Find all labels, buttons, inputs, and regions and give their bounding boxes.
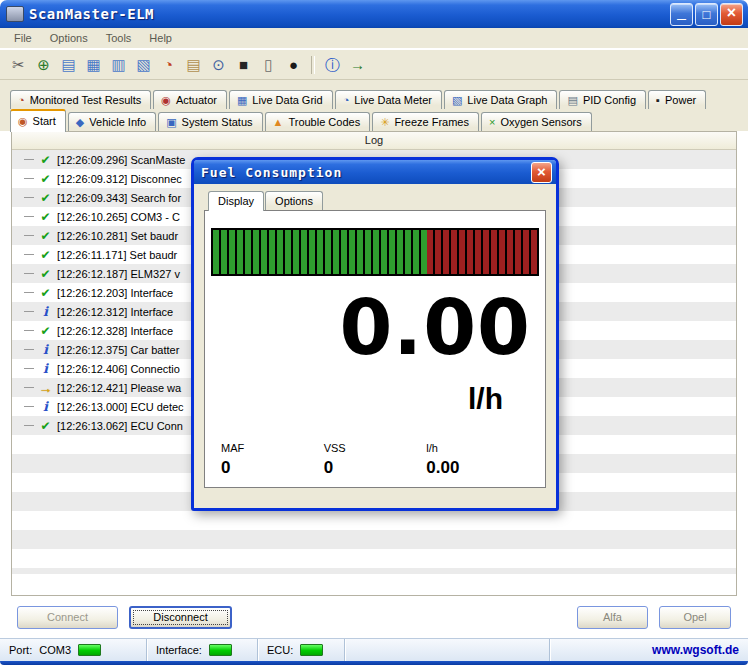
tree-branch bbox=[24, 406, 34, 407]
oxygen-sensors-icon: × bbox=[489, 117, 495, 128]
dialog-tab-options[interactable]: Options bbox=[265, 191, 323, 210]
website-link[interactable]: www.wgsoft.de bbox=[652, 643, 739, 657]
connect-button[interactable]: Connect bbox=[17, 606, 118, 629]
footer: Connect Disconnect Alfa Opel bbox=[0, 596, 748, 638]
tree-branch bbox=[24, 216, 34, 217]
log-header: Log bbox=[12, 132, 736, 150]
live-data-graph-icon: ▧ bbox=[452, 95, 462, 106]
tab-row-primary: ◔ Monitored Test Results ◉ Actuator ▦ Li… bbox=[0, 87, 748, 109]
status-filler-cell bbox=[345, 639, 550, 661]
globe-icon[interactable]: ⊕ bbox=[31, 53, 56, 76]
dialog-tabs: Display Options bbox=[208, 191, 546, 210]
monitored-tests-icon: ◔ bbox=[18, 95, 25, 106]
gauge-red-segments bbox=[427, 230, 537, 274]
info-icon[interactable]: ⓘ bbox=[320, 53, 345, 76]
exit-icon[interactable]: → bbox=[345, 53, 370, 76]
tree-branch bbox=[24, 197, 34, 198]
data-graph-icon[interactable]: ▧ bbox=[131, 53, 156, 76]
interface-tools-icon[interactable]: ✂ bbox=[6, 53, 31, 76]
tree-branch bbox=[24, 330, 34, 331]
tab-power[interactable]: ▪ Power bbox=[648, 90, 706, 109]
toolbar-separator bbox=[311, 56, 315, 74]
check-icon bbox=[38, 247, 53, 262]
check-icon bbox=[38, 266, 53, 281]
fuel-consumption-dialog: Fuel Consumption Display Options 0.00 l/… bbox=[191, 157, 559, 511]
close-button[interactable] bbox=[720, 3, 743, 26]
search-icon[interactable]: ⊙ bbox=[206, 53, 231, 76]
check-icon bbox=[38, 171, 53, 186]
info-icon bbox=[38, 399, 53, 414]
sensor-field: MAF 0 bbox=[221, 442, 324, 478]
power-icon: ▪ bbox=[656, 95, 660, 106]
menu-help[interactable]: Help bbox=[141, 30, 180, 46]
camera-icon[interactable]: ■ bbox=[231, 53, 256, 76]
data-grid-icon[interactable]: ▦ bbox=[81, 53, 106, 76]
dialog-display-panel: 0.00 l/h MAF 0 VSS 0 l/h 0 bbox=[204, 210, 546, 488]
report-icon[interactable]: ▤ bbox=[56, 53, 81, 76]
dialog-tab-display[interactable]: Display bbox=[208, 191, 264, 211]
gauge-green-segments bbox=[213, 230, 427, 274]
tab-live-data-meter[interactable]: ◔ Live Data Meter bbox=[335, 90, 442, 109]
tab-live-data-grid[interactable]: ▦ Live Data Grid bbox=[229, 90, 333, 109]
tab-start[interactable]: ◉ Start bbox=[10, 109, 66, 132]
tree-branch bbox=[24, 387, 34, 388]
tab-oxygen-sensors[interactable]: × Oxygen Sensors bbox=[481, 112, 592, 131]
statusbar: Port: COM3 Interface: ECU: www.wgsoft.de bbox=[0, 638, 748, 661]
tab-vehicle-info[interactable]: ◆ Vehicle Info bbox=[68, 112, 156, 131]
tree-branch bbox=[24, 368, 34, 369]
trouble-codes-icon: ▲ bbox=[273, 117, 284, 128]
dialog-close-button[interactable] bbox=[531, 162, 552, 183]
app-icon[interactable] bbox=[6, 6, 24, 22]
minimize-button[interactable] bbox=[670, 3, 693, 26]
toolbar: ✂ ⊕ ▤ ▦ ▥ ▧ ◔ bbox=[0, 49, 748, 80]
tab-pid-config[interactable]: ▤ PID Config bbox=[559, 90, 646, 109]
menu-tools[interactable]: Tools bbox=[98, 30, 140, 46]
menu-file[interactable]: File bbox=[6, 30, 40, 46]
menu-options[interactable]: Options bbox=[42, 30, 96, 46]
check-icon bbox=[38, 228, 53, 243]
disc-icon[interactable]: ● bbox=[281, 53, 306, 76]
interface-status-cell: Interface: bbox=[147, 639, 258, 661]
port-label: Port: bbox=[9, 644, 32, 656]
menubar: File Options Tools Help bbox=[0, 28, 748, 49]
notes-icon[interactable]: ▤ bbox=[181, 53, 206, 76]
tree-branch bbox=[24, 235, 34, 236]
tab-monitored-test-results[interactable]: ◔ Monitored Test Results bbox=[10, 90, 151, 109]
info-icon bbox=[38, 361, 53, 376]
start-icon: ◉ bbox=[18, 116, 28, 127]
opel-button[interactable]: Opel bbox=[659, 606, 731, 629]
check-icon bbox=[38, 418, 53, 433]
tree-branch bbox=[24, 349, 34, 350]
fuel-gauge bbox=[211, 228, 539, 276]
dialog-titlebar: Fuel Consumption bbox=[194, 160, 556, 184]
gauge-icon[interactable]: ◔ bbox=[156, 53, 181, 76]
website-cell: www.wgsoft.de bbox=[550, 639, 748, 661]
info-icon bbox=[38, 304, 53, 319]
data-table-icon[interactable]: ▥ bbox=[106, 53, 131, 76]
tab-freeze-frames[interactable]: ✳ Freeze Frames bbox=[372, 112, 479, 131]
ecu-led-indicator bbox=[300, 644, 323, 656]
fuel-value: 0.00 bbox=[205, 290, 545, 366]
freeze-frames-icon: ✳ bbox=[380, 117, 389, 128]
disconnect-button[interactable]: Disconnect bbox=[129, 606, 232, 629]
alfa-button[interactable]: Alfa bbox=[577, 606, 648, 629]
tab-trouble-codes[interactable]: ▲ Trouble Codes bbox=[265, 112, 371, 131]
window-bottom-border bbox=[0, 661, 748, 665]
battery-icon[interactable]: ▯ bbox=[256, 53, 281, 76]
tabs-area: ◔ Monitored Test Results ◉ Actuator ▦ Li… bbox=[0, 80, 748, 131]
tree-branch bbox=[24, 273, 34, 274]
sensor-field: l/h 0.00 bbox=[426, 442, 529, 478]
tree-branch bbox=[24, 178, 34, 179]
ecu-label: ECU: bbox=[267, 644, 293, 656]
tab-live-data-graph[interactable]: ▧ Live Data Graph bbox=[444, 90, 558, 109]
check-icon bbox=[38, 209, 53, 224]
sensor-field: VSS 0 bbox=[324, 442, 427, 478]
tab-system-status[interactable]: ▣ System Status bbox=[158, 112, 262, 131]
tree-branch bbox=[24, 292, 34, 293]
tree-branch bbox=[24, 159, 34, 160]
window-title: ScanMaster-ELM bbox=[29, 6, 670, 22]
tab-actuator[interactable]: ◉ Actuator bbox=[153, 90, 227, 109]
log-filler bbox=[12, 574, 736, 595]
maximize-button[interactable] bbox=[695, 3, 718, 26]
fuel-unit: l/h bbox=[205, 382, 545, 416]
